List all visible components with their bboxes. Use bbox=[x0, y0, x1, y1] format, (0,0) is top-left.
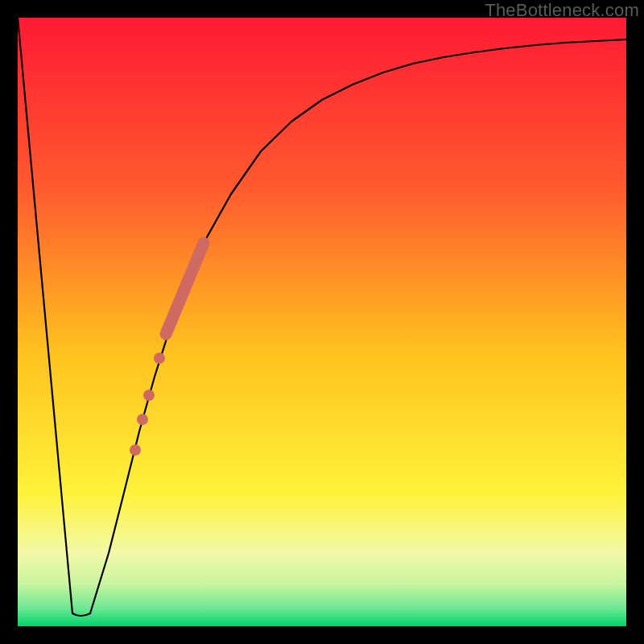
marker-dot bbox=[154, 353, 165, 364]
chart-frame: TheBottleneck.com bbox=[0, 0, 644, 644]
marker-dot bbox=[130, 444, 141, 456]
marker-dot bbox=[143, 390, 155, 401]
attribution-label: TheBottleneck.com bbox=[485, 0, 639, 21]
plot-area bbox=[18, 18, 626, 626]
gradient-background bbox=[18, 18, 626, 626]
chart-svg bbox=[18, 18, 626, 626]
marker-dot bbox=[137, 414, 148, 425]
